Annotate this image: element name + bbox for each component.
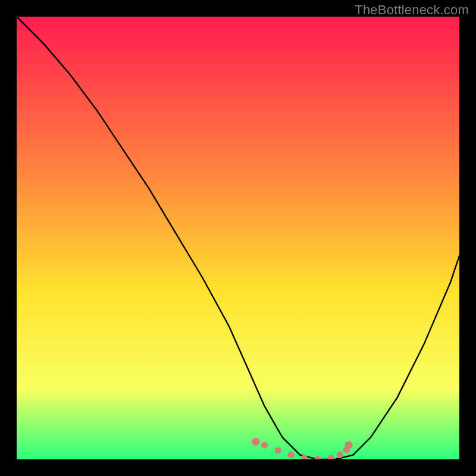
chart-frame: TheBottleneck.com — [0, 0, 476, 476]
watermark-text: TheBottleneck.com — [355, 2, 469, 18]
optimal-marker — [261, 442, 268, 449]
chart-plot — [17, 17, 459, 459]
chart-svg — [17, 17, 459, 459]
gradient-background — [17, 17, 459, 459]
optimal-marker — [345, 441, 353, 449]
optimal-marker — [288, 452, 295, 458]
optimal-marker — [337, 452, 343, 458]
optimal-marker — [252, 438, 259, 446]
optimal-marker — [275, 447, 281, 454]
